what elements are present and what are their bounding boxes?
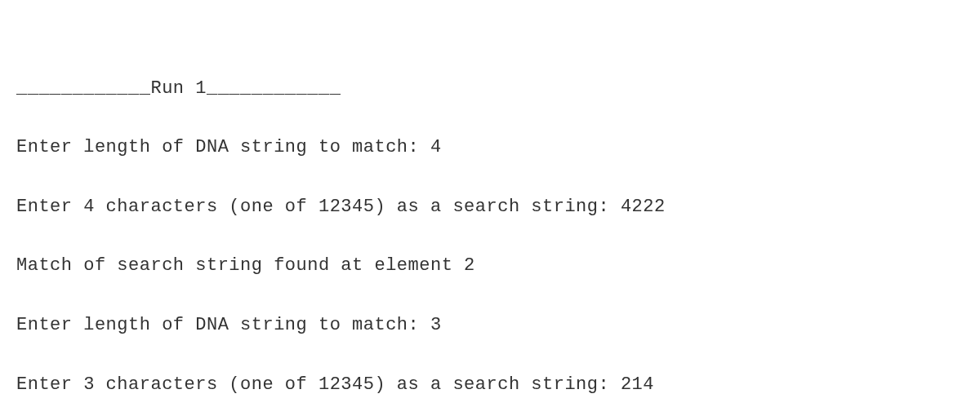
match-result-1: Match of search string found at element … [16, 251, 964, 281]
prompt-length-2: Enter length of DNA string to match: 3 [16, 311, 964, 340]
prompt-chars-2: Enter 3 characters (one of 12345) as a s… [16, 370, 964, 400]
prompt-chars-1: Enter 4 characters (one of 12345) as a s… [16, 193, 964, 222]
run-header: ____________Run 1____________ [16, 74, 964, 104]
prompt-length-1: Enter length of DNA string to match: 4 [16, 133, 964, 162]
